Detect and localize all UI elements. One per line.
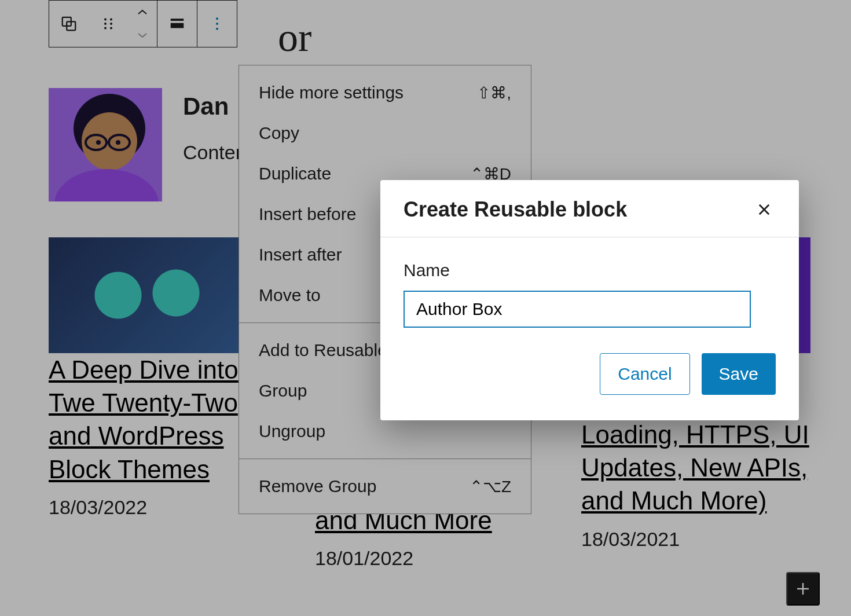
align-full-icon [168, 15, 186, 32]
svg-point-4 [104, 23, 107, 25]
post-date: 18/01/2022 [315, 547, 546, 570]
svg-point-12 [216, 28, 218, 30]
more-options-button[interactable] [197, 1, 237, 47]
svg-point-2 [104, 19, 107, 21]
menu-item-shortcut: ⇧⌘, [477, 83, 511, 102]
menu-remove-group[interactable]: Remove Group ⌃⌥Z [239, 466, 531, 507]
menu-item-label: Insert before [259, 204, 356, 224]
menu-item-label: Move to [259, 285, 321, 305]
name-input[interactable] [404, 291, 751, 328]
move-down-button[interactable] [128, 24, 157, 47]
drag-handle-icon [100, 15, 117, 32]
post-title-link[interactable]: Loading, HTTPS, UI Updates, New APIs, an… [581, 420, 809, 515]
menu-item-label: Hide more settings [259, 83, 404, 102]
name-field-label: Name [404, 261, 776, 280]
page-title-fragment: or [278, 14, 311, 61]
add-block-button[interactable] [786, 572, 820, 606]
save-button[interactable]: Save [702, 353, 776, 395]
plus-icon [794, 580, 812, 597]
chevron-up-icon [137, 9, 148, 16]
close-icon [756, 201, 772, 218]
create-reusable-block-modal: Create Reusable block Name Cancel Save [380, 180, 799, 420]
move-up-button[interactable] [128, 1, 157, 24]
svg-point-20 [116, 140, 120, 145]
block-type-button[interactable] [49, 1, 89, 47]
block-mover [128, 1, 157, 47]
menu-item-label: Copy [259, 123, 299, 143]
svg-point-6 [104, 27, 107, 30]
svg-point-5 [110, 23, 112, 25]
more-vertical-icon [208, 15, 226, 32]
drag-handle-button[interactable] [89, 1, 128, 47]
group-block-icon [60, 15, 78, 32]
svg-point-19 [96, 140, 101, 145]
menu-item-shortcut: ⌃⌥Z [469, 477, 511, 496]
svg-rect-8 [171, 19, 184, 21]
menu-item-label: Insert after [259, 245, 342, 265]
menu-copy[interactable]: Copy [239, 113, 531, 153]
cancel-button[interactable]: Cancel [600, 353, 689, 395]
menu-hide-more-settings[interactable]: Hide more settings ⇧⌘, [239, 72, 531, 113]
thumbnail-edge [798, 237, 810, 353]
author-box: Dan Content [49, 88, 252, 201]
chevron-down-icon [137, 32, 148, 39]
modal-close-button[interactable] [753, 198, 776, 221]
menu-item-label: Group [259, 381, 307, 401]
menu-item-label: Ungroup [259, 421, 325, 441]
modal-title: Create Reusable block [404, 197, 627, 222]
post-title-link[interactable]: A Deep Dive into Twe Twenty-Two and Word… [49, 355, 239, 483]
block-toolbar [49, 0, 237, 47]
svg-point-3 [110, 19, 112, 21]
menu-item-label: Remove Group [259, 476, 376, 496]
menu-item-label: Duplicate [259, 164, 331, 184]
svg-point-7 [110, 27, 112, 30]
align-button[interactable] [157, 1, 197, 47]
post-date: 18/03/2021 [581, 528, 824, 551]
author-avatar [49, 88, 162, 201]
svg-point-10 [216, 17, 218, 20]
svg-point-11 [216, 23, 218, 25]
svg-rect-9 [171, 23, 184, 28]
